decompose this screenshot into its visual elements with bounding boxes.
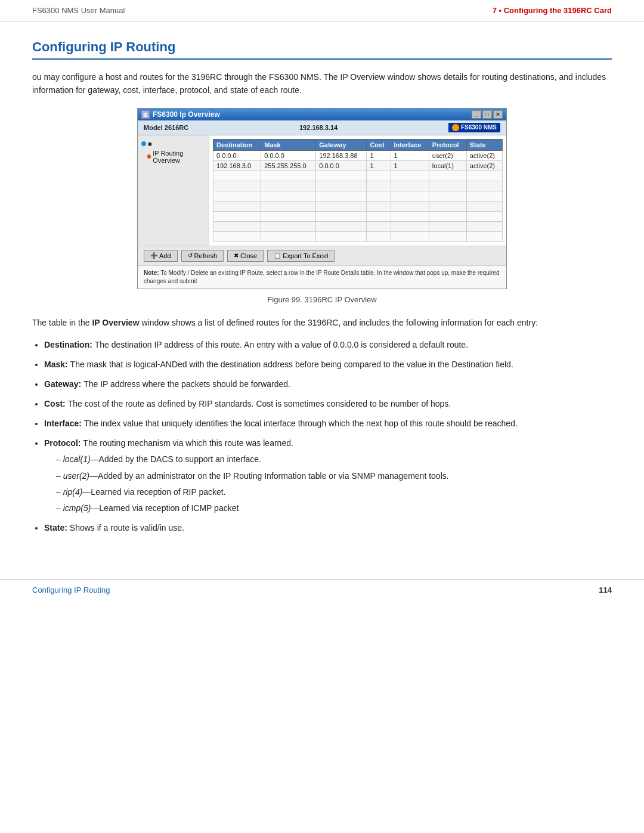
table-empty-row xyxy=(213,191,503,201)
list-item: State: Shows if a route is valid/in use. xyxy=(44,521,612,535)
col-interface: Interface xyxy=(391,139,429,150)
col-mask: Mask xyxy=(261,139,316,150)
chapter-title: 7 • Configuring the 3196RC Card xyxy=(493,6,612,15)
routing-table: Destination Mask Gateway Cost Interface … xyxy=(213,139,503,242)
add-icon: ➕ xyxy=(150,252,157,259)
table-row[interactable]: 192.168.3.0255.255.255.00.0.0.011local(1… xyxy=(213,160,503,171)
sub-list-item: local(1)—Added by the DACS to support an… xyxy=(56,453,612,466)
nms-logo-icon xyxy=(452,124,459,131)
note-label: Note: xyxy=(144,270,159,276)
window-info-bar: Model 2616RC 192.168.3.14 FS6300 NMS xyxy=(138,120,506,135)
intro-paragraph: ou may configure a host and routes for t… xyxy=(32,70,612,97)
sidebar-item-label: IP Routing Overview xyxy=(153,150,205,164)
list-item: Cost: The cost of the route as defined b… xyxy=(44,397,612,411)
window-buttons-bar: ➕ Add ↺ Refresh ✖ Close 📋 Export To Exce… xyxy=(138,246,506,265)
model-label: Model 2616RC xyxy=(144,124,188,131)
refresh-button[interactable]: ↺ Refresh xyxy=(181,250,224,262)
add-button[interactable]: ➕ Add xyxy=(144,250,178,262)
footer-link[interactable]: Configuring IP Routing xyxy=(32,586,110,594)
features-list: Destination: The destination IP address … xyxy=(44,338,612,535)
sub-list-item: rip(4)—Learned via reception of RIP pack… xyxy=(56,485,612,499)
sidebar-sub-node[interactable]: IP Routing Overview xyxy=(147,150,205,164)
window-note: Note: To Modify / Delete an existing IP … xyxy=(138,265,506,289)
table-empty-row xyxy=(213,221,503,231)
sub-list-item: user(2)—Added by an administrator on the… xyxy=(56,469,612,483)
list-item: Destination: The destination IP address … xyxy=(44,338,612,352)
nms-logo: FS6300 NMS xyxy=(448,123,500,132)
nms-logo-text: FS6300 NMS xyxy=(461,124,497,131)
page-number: 114 xyxy=(599,586,612,594)
sidebar-sub-bullet xyxy=(147,154,151,159)
list-item: Mask: The mask that is logical-ANDed wit… xyxy=(44,358,612,371)
table-empty-row xyxy=(213,181,503,191)
col-cost: Cost xyxy=(367,139,391,150)
table-empty-row xyxy=(213,171,503,181)
figure-caption: Figure 99. 3196RC IP Overview xyxy=(32,295,612,304)
body-paragraph: The table in the IP Overview window show… xyxy=(32,316,612,330)
window-title-left: ⊞ FS6300 Ip Overview xyxy=(141,110,220,119)
page-header: FS6300 NMS User Manual 7 • Configuring t… xyxy=(0,0,644,21)
close-button[interactable]: ✕ xyxy=(493,110,503,119)
col-gateway: Gateway xyxy=(316,139,367,150)
window-titlebar: ⊞ FS6300 Ip Overview _ □ ✕ xyxy=(138,109,506,120)
table-empty-row xyxy=(213,201,503,211)
sidebar-root-node: ■ xyxy=(141,140,205,147)
table-empty-row xyxy=(213,231,503,241)
export-excel-button[interactable]: 📋 Export To Excel xyxy=(267,250,335,262)
restore-button[interactable]: □ xyxy=(482,110,492,119)
ip-address-label: 192.168.3.14 xyxy=(299,124,338,131)
table-row[interactable]: 0.0.0.00.0.0.0192.168.3.8811user(2)activ… xyxy=(213,150,503,160)
close-window-button[interactable]: ✖ Close xyxy=(227,250,264,262)
col-state: State xyxy=(466,139,502,150)
note-text: To Modify / Delete an existing IP Route,… xyxy=(144,270,499,284)
list-item: Protocol: The routing mechanism via whic… xyxy=(44,436,612,515)
table-header-row: Destination Mask Gateway Cost Interface … xyxy=(213,139,503,150)
page-footer: Configuring IP Routing 114 xyxy=(0,579,644,600)
col-protocol: Protocol xyxy=(429,139,466,150)
window-controls[interactable]: _ □ ✕ xyxy=(472,110,503,119)
window-title: FS6300 Ip Overview xyxy=(153,110,220,119)
section-heading: Configuring IP Routing xyxy=(32,39,612,60)
application-window: ⊞ FS6300 Ip Overview _ □ ✕ Model 2616RC … xyxy=(137,108,507,289)
minimize-button[interactable]: _ xyxy=(472,110,481,119)
window-sidebar: ■ IP Routing Overview xyxy=(138,135,209,246)
sub-list-item: icmp(5)—Learned via reception of ICMP pa… xyxy=(56,501,612,515)
app-icon: ⊞ xyxy=(141,110,150,119)
close-icon: ✖ xyxy=(234,252,239,259)
page-content: Configuring IP Routing ou may configure … xyxy=(0,21,644,567)
window-table-area: Destination Mask Gateway Cost Interface … xyxy=(209,135,506,246)
sidebar-root-bullet xyxy=(141,141,146,146)
manual-title: FS6300 NMS User Manual xyxy=(32,6,125,15)
list-item: Interface: The index value that uniquely… xyxy=(44,417,612,431)
table-empty-row xyxy=(213,211,503,221)
list-item: Gateway: The IP address where the packet… xyxy=(44,377,612,391)
window-main-area: ■ IP Routing Overview Destination Mask G… xyxy=(138,135,506,246)
col-destination: Destination xyxy=(213,139,261,150)
sidebar-root-label: ■ xyxy=(148,140,152,147)
refresh-icon: ↺ xyxy=(188,252,193,259)
export-icon: 📋 xyxy=(274,252,281,259)
